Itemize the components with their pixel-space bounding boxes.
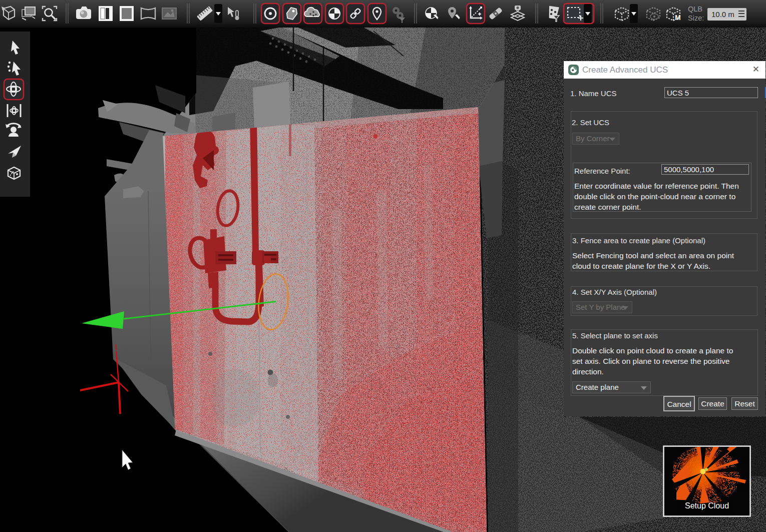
- svg-text:Size:: Size:: [688, 14, 704, 22]
- svg-text:QLB: QLB: [688, 5, 702, 13]
- svg-text:10.0 m: 10.0 m: [711, 10, 734, 19]
- svg-text:M: M: [675, 14, 681, 22]
- svg-text:Setup Cloud: Setup Cloud: [685, 501, 729, 510]
